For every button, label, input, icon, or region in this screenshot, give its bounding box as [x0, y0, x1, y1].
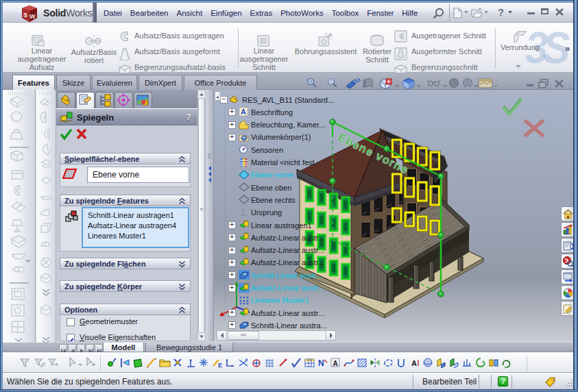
svg-text:N: N — [318, 358, 324, 368]
svg-text:A: A — [333, 360, 338, 367]
svg-text:A: A — [411, 359, 417, 367]
svg-text:W: W — [29, 13, 36, 20]
svg-text:A: A — [241, 108, 246, 116]
svg-text:S: S — [23, 12, 27, 19]
svg-text:E: E — [218, 362, 222, 369]
